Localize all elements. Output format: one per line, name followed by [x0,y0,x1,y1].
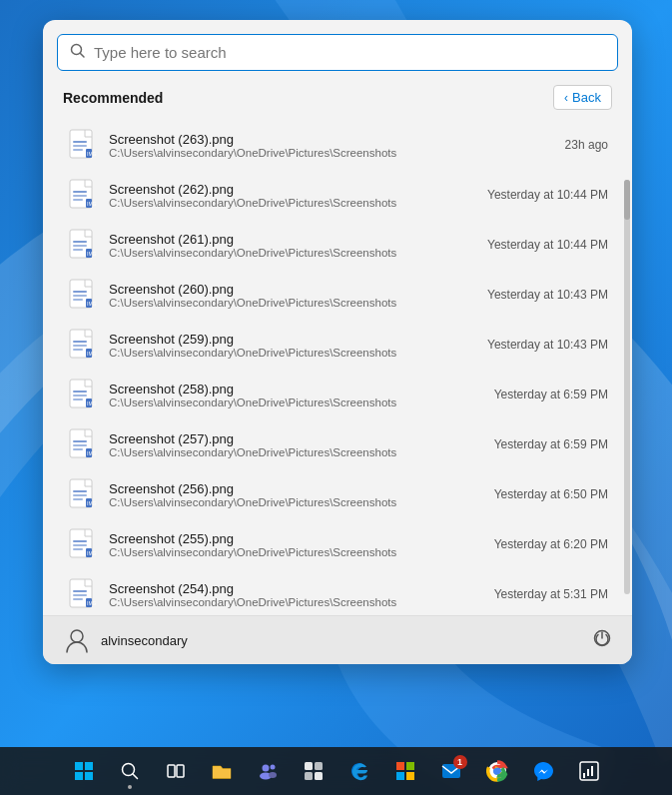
svg-rect-16 [73,241,87,243]
svg-rect-72 [75,762,83,770]
svg-rect-11 [73,195,87,197]
file-icon: IMG [67,526,99,562]
chevron-left-icon: ‹ [564,91,568,105]
svg-text:IMG: IMG [87,251,97,257]
svg-rect-6 [73,149,83,151]
svg-rect-29 [73,345,87,347]
file-time: Yesterday at 10:44 PM [487,238,608,252]
user-name: alvinsecondary [101,633,188,648]
file-icon: IMG [67,377,99,412]
windows-icon [73,760,95,782]
taskbar-item-widgets[interactable] [294,751,334,791]
taskbar-item-mail[interactable]: 1 [431,751,471,791]
file-item[interactable]: IMG Screenshot (262).png C:\Users\alvins… [63,170,612,220]
taskbar-item-messenger[interactable] [523,751,563,791]
file-item[interactable]: IMG Screenshot (254).png C:\Users\alvins… [63,569,612,609]
svg-point-96 [493,768,500,775]
file-list-container: IMG Screenshot (263).png C:\Users\alvins… [63,120,612,609]
file-name: Screenshot (259).png [109,332,477,347]
svg-rect-34 [73,391,87,393]
svg-point-82 [270,765,275,770]
widgets-icon [303,760,325,782]
file-item[interactable]: IMG Screenshot (263).png C:\Users\alvins… [63,120,612,170]
svg-rect-78 [168,765,175,777]
file-info: Screenshot (261).png C:\Users\alvinsecon… [109,232,477,259]
file-time: 23h ago [565,138,608,152]
svg-rect-98 [583,773,585,778]
taskbar-item-chrome[interactable] [477,751,517,791]
recommended-title: Recommended [63,90,163,106]
svg-rect-59 [73,594,87,596]
taskbar-item-start[interactable] [64,751,104,791]
svg-rect-22 [73,291,87,293]
svg-rect-5 [73,145,87,147]
svg-text:IMG: IMG [87,351,97,357]
taskbar-item-teams[interactable] [248,751,288,791]
file-name: Screenshot (255).png [109,531,484,546]
file-name: Screenshot (257).png [109,431,484,446]
file-info: Screenshot (254).png C:\Users\alvinsecon… [109,581,484,608]
taskbar-item-taskmanager[interactable] [569,751,609,791]
file-info: Screenshot (262).png C:\Users\alvinsecon… [109,182,477,209]
power-button[interactable] [592,628,612,653]
file-item[interactable]: IMG Screenshot (258).png C:\Users\alvins… [63,370,612,419]
recommended-header: Recommended ‹ Back [63,85,612,110]
user-info[interactable]: alvinsecondary [63,626,188,654]
taskbar-item-taskview[interactable] [156,751,196,791]
svg-rect-12 [73,199,83,201]
file-item[interactable]: IMG Screenshot (260).png C:\Users\alvins… [63,270,612,320]
file-item[interactable]: IMG Screenshot (256).png C:\Users\alvins… [63,469,612,519]
messenger-icon [532,760,554,782]
back-button[interactable]: ‹ Back [553,85,612,110]
svg-rect-92 [406,772,414,780]
file-path: C:\Users\alvinsecondary\OneDrive\Picture… [109,496,484,508]
svg-text:IMG: IMG [87,151,97,157]
file-name: Screenshot (262).png [109,182,477,197]
svg-rect-40 [73,440,87,442]
scrollbar[interactable] [624,180,630,594]
svg-rect-60 [73,598,83,600]
file-icon: IMG [67,576,99,609]
file-time: Yesterday at 10:43 PM [487,338,608,352]
file-item[interactable]: IMG Screenshot (257).png C:\Users\alvins… [63,419,612,469]
file-name: Screenshot (256).png [109,481,484,496]
svg-rect-48 [73,498,83,500]
explorer-icon [211,760,233,782]
svg-text:IMG: IMG [87,201,97,207]
svg-rect-41 [73,444,87,446]
file-item[interactable]: IMG Screenshot (261).png C:\Users\alvins… [63,220,612,270]
svg-rect-4 [73,141,87,143]
taskbar-item-explorer[interactable] [202,751,242,791]
file-time: Yesterday at 6:20 PM [494,537,608,551]
svg-rect-90 [406,762,414,770]
file-item[interactable]: IMG Screenshot (255).png C:\Users\alvins… [63,519,612,569]
svg-rect-89 [396,762,404,770]
file-time: Yesterday at 10:44 PM [487,188,608,202]
svg-rect-91 [396,772,404,780]
svg-text:IMG: IMG [87,400,97,406]
taskbar-item-edge[interactable] [339,751,379,791]
svg-rect-47 [73,494,87,496]
file-item[interactable]: IMG Screenshot (259).png C:\Users\alvins… [63,320,612,370]
svg-text:IMG: IMG [87,600,97,606]
taskbar-item-search[interactable] [110,751,150,791]
user-bar: alvinsecondary [43,615,632,664]
svg-rect-35 [73,395,87,397]
scrollbar-thumb[interactable] [624,180,630,220]
file-path: C:\Users\alvinsecondary\OneDrive\Picture… [109,446,484,458]
file-icon: IMG [67,426,99,462]
taskbar-search-icon [120,761,140,781]
svg-rect-42 [73,448,83,450]
svg-rect-75 [85,772,93,780]
file-path: C:\Users\alvinsecondary\OneDrive\Picture… [109,297,477,309]
file-icon: IMG [67,476,99,512]
file-info: Screenshot (257).png C:\Users\alvinsecon… [109,431,484,458]
taskbar-item-store[interactable] [385,751,425,791]
svg-rect-23 [73,295,87,297]
search-bar[interactable] [57,34,618,71]
search-input[interactable] [94,44,605,61]
svg-rect-100 [591,766,593,776]
file-info: Screenshot (255).png C:\Users\alvinsecon… [109,531,484,558]
file-icon: IMG [67,177,99,213]
svg-rect-52 [73,540,87,542]
